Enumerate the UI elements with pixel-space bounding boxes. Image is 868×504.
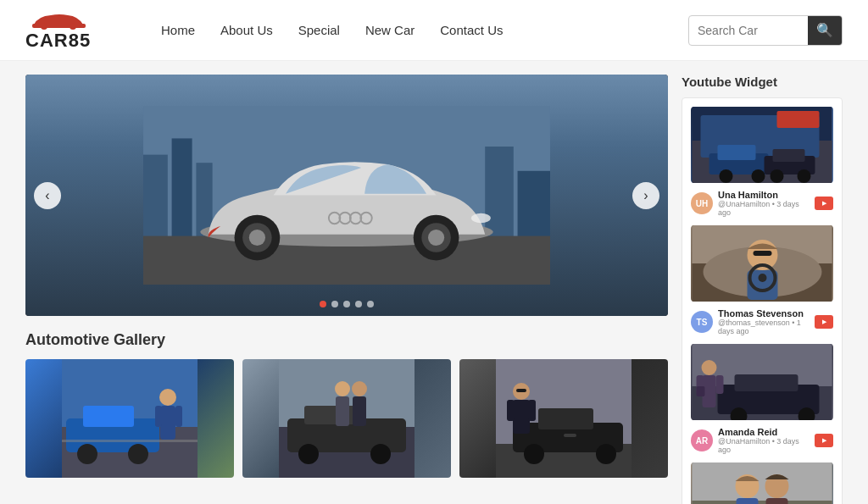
svg-rect-82 (735, 374, 798, 391)
gallery-item-3 (459, 359, 668, 478)
yt-user-row-1: UH Una Hamilton @UnaHamilton • 3 days ag… (691, 190, 833, 217)
svg-point-77 (759, 274, 767, 282)
carousel-dots (320, 301, 374, 307)
carousel-dot-5[interactable] (367, 301, 374, 307)
carousel-slide (25, 75, 668, 316)
svg-point-39 (370, 444, 391, 464)
yt-play-button-1[interactable] (815, 197, 833, 210)
yt-avatar-2: TS (691, 311, 713, 333)
svg-rect-53 (507, 400, 515, 421)
gallery-image-2 (242, 359, 451, 478)
svg-rect-52 (513, 400, 530, 434)
search-icon: 🔍 (816, 22, 833, 38)
svg-point-20 (428, 230, 444, 246)
logo: CAR85 (25, 9, 127, 52)
svg-rect-25 (83, 406, 134, 427)
svg-rect-91 (693, 501, 832, 504)
car-hero-image (143, 106, 550, 285)
svg-rect-48 (538, 408, 593, 429)
main-container: ‹ › Automotive Gallery (0, 61, 868, 504)
gallery-section: Automotive Gallery (25, 331, 668, 478)
youtube-video-thumb-3[interactable] (691, 344, 833, 420)
svg-rect-31 (175, 406, 182, 427)
svg-rect-96 (766, 498, 788, 504)
logo-text: CAR85 (25, 30, 93, 52)
svg-point-66 (752, 169, 765, 183)
svg-rect-30 (155, 406, 162, 427)
header: CAR85 Home About Us Special New Car Cont… (0, 0, 868, 61)
search-input[interactable] (689, 24, 808, 37)
svg-rect-92 (693, 462, 832, 501)
yt-user-info-3: Amanda Reid @UnaHamilton • 3 days ago (718, 427, 810, 454)
svg-rect-29 (160, 406, 175, 440)
yt-avatar-1: UH (691, 192, 713, 214)
svg-point-40 (335, 381, 350, 396)
nav-contact[interactable]: Contact Us (440, 23, 503, 37)
svg-point-28 (159, 389, 176, 406)
svg-rect-55 (516, 389, 526, 392)
svg-point-27 (128, 444, 148, 464)
svg-rect-89 (697, 386, 705, 396)
search-bar: 🔍 (688, 15, 843, 46)
svg-rect-62 (718, 145, 756, 160)
svg-rect-41 (336, 396, 349, 426)
nav-special[interactable]: Special (298, 23, 340, 37)
svg-point-17 (249, 230, 265, 246)
gallery-image-1 (25, 359, 234, 478)
svg-point-50 (596, 444, 616, 464)
youtube-widget: UH Una Hamilton @UnaHamilton • 3 days ag… (682, 97, 843, 504)
gallery-item-2 (242, 359, 451, 478)
content-area: ‹ › Automotive Gallery (25, 75, 682, 504)
yt-handle-2: @thomas_stevenson • 1 days ago (718, 318, 810, 335)
svg-point-67 (771, 169, 784, 183)
youtube-video-thumb-1[interactable] (691, 107, 833, 183)
svg-point-68 (798, 169, 811, 183)
yt-username-1: Una Hamilton (718, 190, 810, 200)
yt-video-image-3 (691, 344, 833, 420)
gallery-item-1 (25, 359, 234, 478)
svg-point-85 (702, 360, 717, 375)
yt-play-button-2[interactable] (815, 315, 833, 329)
carousel-prev-button[interactable]: ‹ (34, 182, 61, 209)
yt-handle-3: @UnaHamilton • 3 days ago (718, 437, 810, 454)
svg-point-38 (298, 444, 319, 464)
nav-about[interactable]: About Us (220, 23, 273, 37)
svg-rect-56 (564, 434, 576, 437)
yt-video-image-1 (691, 107, 833, 183)
yt-user-row-3: AR Amanda Reid @UnaHamilton • 3 days ago (691, 427, 833, 454)
svg-point-21 (471, 213, 491, 224)
nav-home[interactable]: Home (161, 23, 195, 37)
svg-rect-88 (716, 375, 724, 394)
svg-rect-94 (737, 498, 759, 504)
carousel-dot-3[interactable] (343, 301, 350, 307)
svg-rect-5 (172, 138, 192, 252)
yt-play-button-3[interactable] (815, 434, 833, 447)
search-button[interactable]: 🔍 (808, 15, 842, 46)
carousel-dot-2[interactable] (331, 301, 338, 307)
nav-new-car[interactable]: New Car (365, 23, 415, 37)
carousel-next-button[interactable]: › (632, 182, 659, 209)
svg-point-42 (352, 381, 367, 396)
svg-rect-60 (777, 111, 820, 128)
sidebar-title: Youtube Widget (682, 75, 843, 89)
svg-rect-43 (353, 396, 366, 426)
carousel-dot-1[interactable] (320, 301, 326, 307)
svg-rect-64 (773, 149, 805, 162)
gallery-image-3 (459, 359, 668, 478)
svg-rect-54 (528, 400, 536, 421)
yt-user-row-2: TS Thomas Stevenson @thomas_stevenson • … (691, 308, 833, 335)
svg-rect-75 (754, 251, 772, 256)
svg-point-26 (77, 444, 97, 464)
yt-user-info-1: Una Hamilton @UnaHamilton • 3 days ago (718, 190, 810, 217)
gallery-grid (25, 359, 668, 478)
youtube-video-thumb-2[interactable] (691, 225, 833, 302)
yt-username-3: Amanda Reid (718, 427, 810, 437)
yt-avatar-3: AR (691, 429, 713, 451)
sidebar: Youtube Widget (682, 75, 843, 504)
svg-rect-32 (62, 440, 198, 442)
carousel-dot-4[interactable] (355, 301, 362, 307)
youtube-video-thumb-4[interactable] (691, 462, 833, 504)
yt-handle-1: @UnaHamilton • 3 days ago (718, 200, 810, 217)
yt-video-image-2 (691, 225, 833, 302)
svg-point-65 (720, 169, 733, 183)
